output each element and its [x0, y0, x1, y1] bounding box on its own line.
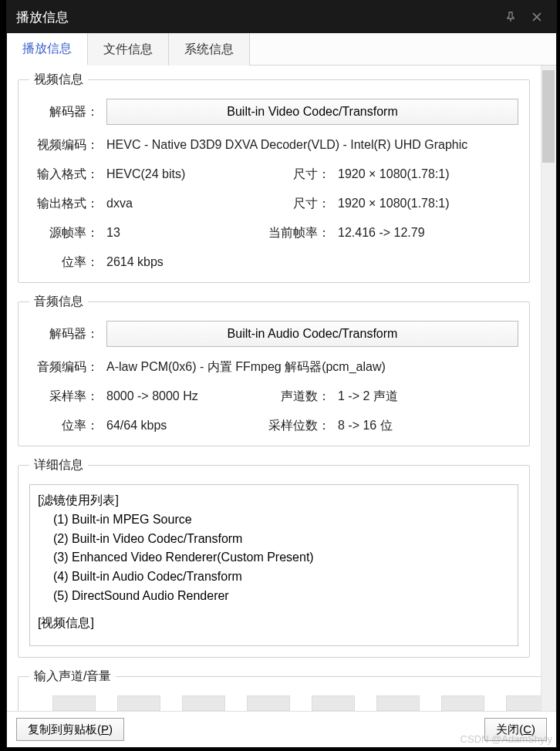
close-icon[interactable] [527, 7, 547, 27]
detail-item: (4) Built-in Audio Codec/Transform [38, 567, 510, 587]
video-bitrate-value: 2614 kbps [106, 255, 518, 269]
audio-info-group: 音频信息 解码器 Built-in Audio Codec/Transform … [18, 294, 530, 446]
video-decoder-button[interactable]: Built-in Video Codec/Transform [106, 99, 518, 125]
volume-meter [247, 695, 290, 711]
video-output-format-value: dxva [106, 197, 261, 210]
video-output-format-label: 输出格式 [29, 196, 99, 212]
volume-meter [52, 695, 96, 711]
audio-encoding-label: 音频编码 [29, 359, 99, 376]
audio-bitrate-label: 位率 [29, 418, 99, 434]
playback-info-window: 播放信息 播放信息 文件信息 系统信息 视频信息 解码器 Built-in Vi… [6, 0, 557, 748]
tab-system[interactable]: 系统信息 [169, 33, 250, 66]
video-input-size-value: 1920 × 1080(1.78:1) [338, 167, 492, 181]
video-input-format-value: HEVC(24 bits) [106, 167, 261, 181]
video-input-format-label: 输入格式 [29, 167, 99, 183]
audio-bitdepth-label: 采样位数 [261, 418, 330, 434]
video-srcfps-label: 源帧率 [29, 225, 99, 241]
video-encoding-value: HEVC - Native D3D9 DXVA Decoder(VLD) - I… [106, 138, 518, 152]
video-curfps-label: 当前帧率 [261, 225, 330, 241]
audio-decoder-button[interactable]: Built-in Audio Codec/Transform [106, 321, 518, 347]
tab-file[interactable]: 文件信息 [88, 33, 169, 66]
detail-item: (5) DirectSound Audio Renderer [38, 587, 510, 606]
detail-info-group: 详细信息 [滤镜使用列表] (1) Built-in MPEG Source (… [18, 457, 530, 658]
volume-meter [441, 695, 484, 711]
video-srcfps-value: 13 [106, 226, 261, 240]
volume-meter [117, 695, 160, 711]
video-curfps-value: 12.416 -> 12.79 [338, 226, 492, 240]
audio-decoder-label: 解码器 [29, 326, 99, 342]
video-input-size-label: 尺寸 [261, 167, 330, 183]
volume-meter [182, 695, 225, 711]
audio-samplerate-label: 采样率 [29, 389, 99, 405]
audio-encoding-value: A-law PCM(0x6) - 内置 FFmpeg 解码器(pcm_alaw) [106, 359, 518, 376]
detail-item: (1) Built-in MPEG Source [38, 510, 510, 530]
video-output-size-value: 1920 × 1080(1.78:1) [338, 197, 492, 210]
footer: 复制到剪贴板(P) 关闭(C) [7, 711, 556, 747]
tab-playback[interactable]: 播放信息 [7, 33, 88, 66]
detail-textbox[interactable]: [滤镜使用列表] (1) Built-in MPEG Source (2) Bu… [29, 484, 518, 646]
audio-channels-value: 1 -> 2 声道 [338, 389, 492, 405]
audio-legend: 音频信息 [29, 294, 88, 310]
tab-bar: 播放信息 文件信息 系统信息 [7, 33, 556, 66]
video-decoder-label: 解码器 [29, 104, 99, 120]
video-info-group: 视频信息 解码器 Built-in Video Codec/Transform … [18, 72, 530, 283]
volume-group: 输入声道/音量 [18, 668, 541, 711]
titlebar: 播放信息 [7, 1, 556, 33]
volume-meters [29, 692, 541, 711]
audio-samplerate-value: 8000 -> 8000 Hz [106, 389, 261, 403]
video-bitrate-label: 位率 [29, 254, 99, 271]
scrollbar-thumb[interactable] [542, 70, 555, 163]
video-encoding-label: 视频编码 [29, 137, 99, 153]
audio-bitrate-value: 64/64 kbps [106, 419, 261, 433]
scrollbar-track[interactable] [541, 66, 556, 711]
volume-meter [506, 695, 541, 711]
detail-item: (2) Built-in Video Codec/Transform [38, 530, 510, 549]
volume-meter [312, 695, 355, 711]
pin-icon[interactable] [501, 7, 521, 27]
detail-item: (3) Enhanced Video Renderer(Custom Prese… [38, 548, 510, 567]
volume-legend: 输入声道/音量 [29, 668, 116, 685]
detail-header: [滤镜使用列表] [38, 491, 510, 510]
detail-trailer: [视频信息] [38, 614, 510, 633]
detail-legend: 详细信息 [29, 457, 88, 473]
video-legend: 视频信息 [29, 72, 88, 88]
volume-meter [376, 695, 420, 711]
video-output-size-label: 尺寸 [261, 196, 330, 212]
audio-channels-label: 声道数 [261, 389, 330, 405]
close-button[interactable]: 关闭(C) [484, 718, 547, 741]
audio-bitdepth-value: 8 -> 16 位 [338, 418, 492, 434]
copy-clipboard-button[interactable]: 复制到剪贴板(P) [16, 718, 124, 741]
window-title: 播放信息 [16, 8, 494, 26]
